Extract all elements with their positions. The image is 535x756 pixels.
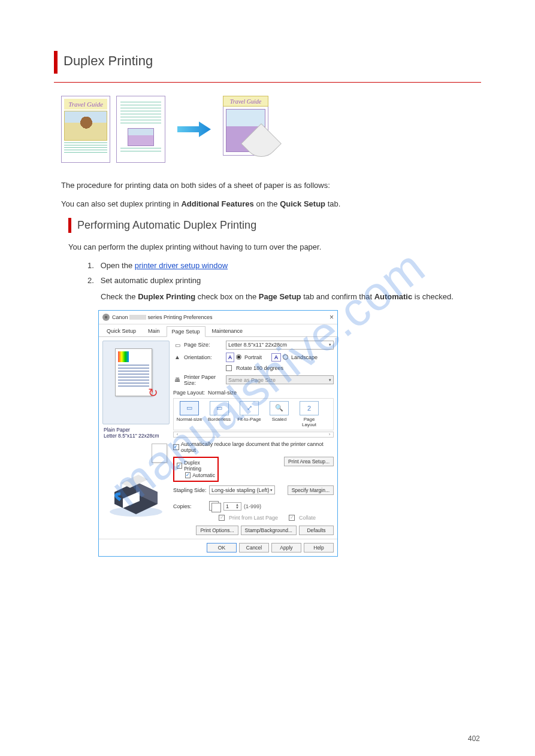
auto-intro: You can perform the duplex printing with… [68, 242, 481, 251]
defaults-button[interactable]: Defaults [299, 526, 334, 535]
tab-maintenance[interactable]: Maintenance [207, 326, 249, 336]
collate-label: Collate [299, 515, 316, 521]
layout-pagelayout-label: Page Layout [302, 417, 316, 427]
step1-num: 1. [87, 261, 98, 270]
quick-note: You can also set duplex printing in Addi… [61, 199, 481, 208]
intro-text: The procedure for printing data on both … [61, 181, 481, 190]
s2d-b1: Duplex Printing [138, 292, 195, 301]
illus-folded-page: Travel Guide [223, 96, 271, 163]
duplex-printing-label: Duplex Printing [184, 460, 215, 472]
dialog-title-redacted [129, 315, 146, 320]
orientation-label: Orientation: [184, 354, 223, 360]
duplex-illustration: Travel Guide Travel Guide [61, 96, 481, 163]
page-size-icon: ▭ [173, 342, 182, 348]
landscape-label: Landscape [291, 354, 318, 360]
printer-paper-dropdown: Same as Page Size▾ [226, 375, 334, 384]
preview-media: Plain Paper [104, 427, 168, 433]
help-button[interactable]: Help [304, 543, 334, 552]
copies-value: 1 [226, 503, 229, 509]
s2d-mid: check box on the [195, 292, 259, 301]
step1-prefix: Open the [101, 261, 135, 270]
illus-mini-photo [128, 128, 154, 146]
layout-scaled-label: Scaled [272, 417, 286, 422]
cancel-button[interactable]: Cancel [239, 543, 269, 552]
chevron-down-icon: ▾ [329, 342, 331, 347]
illus-folded-title: Travel Guide [223, 96, 268, 107]
auto-reduce-checkbox[interactable] [173, 444, 179, 450]
layout-scrollbar[interactable]: ‹› [173, 432, 334, 438]
copies-range: (1-999) [244, 503, 261, 509]
rotate180-label: Rotate 180 degrees [236, 365, 283, 371]
step2-detail: Check the Duplex Printing check box on t… [101, 291, 481, 303]
tab-main[interactable]: Main [143, 326, 165, 336]
illus-travel-title: Travel Guide [64, 99, 107, 110]
blank-page-thumb [152, 444, 167, 463]
subsection-title-bar: Performing Automatic Duplex Printing [68, 218, 481, 233]
rotate180-checkbox[interactable] [226, 365, 232, 371]
dialog-title: Canon series Printing Preferences [112, 314, 330, 320]
layout-normal-label: Normal-size [177, 417, 202, 422]
printer-paper-value: Same as Page Size [228, 377, 276, 383]
layout-scaled[interactable]: 🔍Scaled [266, 401, 292, 427]
s2d-b3: Automatic [374, 292, 413, 301]
tab-page-setup[interactable]: Page Setup [167, 326, 205, 337]
step-1: 1. Open the printer driver setup window [87, 261, 481, 270]
title-accent [54, 51, 58, 74]
quick-note-bold2: Quick Setup [280, 199, 325, 208]
printing-preferences-dialog: Canon series Printing Preferences × Quic… [98, 310, 338, 557]
duplex-printing-checkbox[interactable] [177, 463, 182, 469]
stapling-side-label: Stapling Side: [173, 487, 207, 493]
print-from-last-checkbox[interactable] [219, 515, 225, 521]
step-2: 2. Set automatic duplex printing [87, 276, 481, 285]
automatic-checkbox[interactable] [185, 472, 191, 478]
print-area-setup-button[interactable]: Print Area Setup... [284, 457, 334, 466]
duplex-highlight-box: Duplex Printing Automatic [173, 457, 219, 482]
layout-borderless[interactable]: ▭Borderless [206, 401, 232, 427]
stapling-side-value: Long-side stapling (Left) [211, 487, 270, 493]
step2-text: Set automatic duplex printing [101, 276, 201, 285]
page-number: 402 [468, 734, 480, 743]
preview-media-label: Plain Paper Letter 8.5"x11" 22x28cm [102, 424, 170, 441]
portrait-label: Portrait [244, 354, 262, 360]
specify-margin-button[interactable]: Specify Margin... [288, 485, 334, 495]
page-layout-chooser: ▭Normal-size ▭Borderless ⤢Fit-to-Page 🔍S… [173, 398, 334, 430]
apply-button[interactable]: Apply [271, 543, 301, 552]
copies-spinner[interactable]: 1▲▼ [223, 502, 241, 511]
copies-icon [209, 501, 221, 512]
layout-fit-label: Fit-to-Page [237, 417, 261, 422]
collate-checkbox[interactable] [289, 515, 295, 521]
dialog-tabs: Quick Setup Main Page Setup Maintenance [99, 324, 337, 337]
page-size-dropdown[interactable]: Letter 8.5"x11" 22x28cm▾ [226, 341, 334, 350]
close-icon[interactable]: × [330, 313, 334, 321]
auto-reduce-label: Automatically reduce large document that… [181, 441, 334, 453]
dialog-titlebar: Canon series Printing Preferences × [99, 311, 337, 324]
tab-quick-setup[interactable]: Quick Setup [101, 326, 141, 336]
stamp-background-button[interactable]: Stamp/Background... [241, 526, 297, 535]
s2d-mid2: tab and confirm that [301, 292, 374, 301]
page-size-value: Letter 8.5"x11" 22x28cm [228, 342, 287, 348]
landscape-radio[interactable] [283, 354, 288, 360]
stapling-side-dropdown[interactable]: Long-side stapling (Left)▾ [209, 485, 275, 494]
layout-fit-to-page[interactable]: ⤢Fit-to-Page [236, 401, 262, 427]
title-rule [54, 82, 481, 83]
ok-button[interactable]: OK [207, 543, 237, 552]
print-from-last-label: Print from Last Page [229, 515, 278, 521]
preview-size: Letter 8.5"x11" 22x28cm [104, 433, 168, 439]
section-title-bar: Duplex Printing [54, 51, 481, 74]
printer-icon [102, 314, 110, 321]
chevron-down-icon: ▾ [329, 378, 331, 382]
print-options-button[interactable]: Print Options... [196, 526, 238, 535]
automatic-label: Automatic [192, 472, 215, 478]
preview-page-graphic [115, 348, 152, 396]
illus-photo [64, 111, 107, 141]
chevron-down-icon: ▾ [270, 488, 273, 493]
section-title: Duplex Printing [64, 51, 481, 74]
layout-normal-size[interactable]: ▭Normal-size [176, 401, 202, 427]
dialog-title-prefix: Canon [112, 314, 129, 320]
printer-driver-link[interactable]: printer driver setup window [135, 261, 228, 270]
step2-num: 2. [87, 276, 98, 285]
portrait-radio[interactable] [236, 354, 241, 360]
portrait-icon: A [226, 353, 234, 362]
quick-note-prefix: You can also set duplex printing in [61, 199, 181, 208]
layout-page-layout[interactable]: 2Page Layout [296, 401, 322, 427]
